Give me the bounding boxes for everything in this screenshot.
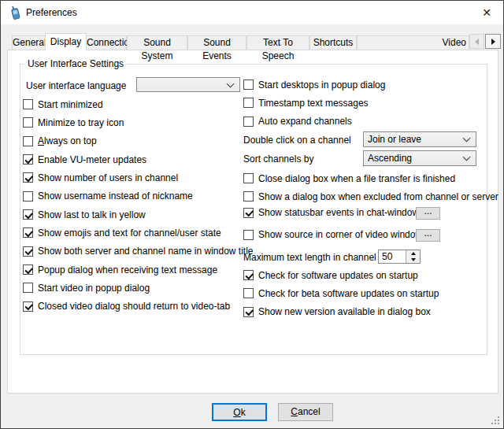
label-always-on-top: Always on top — [38, 135, 97, 146]
checkbox-last-talk-yellow[interactable] — [23, 209, 33, 220]
checkbox-close-filetransfer-dialog[interactable] — [243, 173, 254, 183]
checkbox-popup-text-message[interactable] — [23, 264, 33, 275]
row-video-source[interactable]: Show source in corner of video window — [243, 224, 422, 246]
label-vu-meter: Enable VU-meter updates — [38, 154, 146, 165]
checkbox-vu-meter[interactable] — [23, 154, 33, 165]
checkbox-start-minimized[interactable] — [23, 99, 33, 109]
spin-down-icon[interactable] — [406, 257, 420, 263]
checkbox-show-excluded-dialog[interactable] — [243, 191, 254, 202]
sort-channels-combobox[interactable]: Ascending — [363, 150, 476, 166]
chevron-down-icon — [463, 135, 471, 142]
preferences-dialog: Preferences ✕ General Display Connection… — [0, 0, 504, 429]
ok-button[interactable]: Ok — [212, 403, 267, 421]
label-video-source: Show source in corner of video window — [258, 229, 422, 240]
row-timestamp-messages[interactable]: Timestamp text messages — [243, 94, 385, 112]
row-check-updates[interactable]: Check for software updates on startup — [243, 266, 439, 284]
label-start-video-popup: Start video in popup dialog — [38, 283, 150, 294]
cancel-button[interactable]: Cancel — [278, 403, 333, 421]
label-check-beta-updates: Check for beta software updates on start… — [258, 288, 439, 299]
label-user-count: Show number of users in channel — [38, 172, 178, 183]
right-arrow-glyph — [491, 39, 495, 45]
sort-channels-value: Ascending — [368, 153, 412, 164]
row-start-desktops-popup[interactable]: Start desktops in popup dialog — [243, 76, 385, 94]
label-server-channel-title: Show both server and channel name in win… — [38, 246, 254, 257]
left-arrow-glyph — [475, 39, 479, 45]
chevron-down-icon — [463, 153, 471, 161]
statusbar-events-ellipsis-button[interactable]: ... — [416, 207, 440, 220]
checkbox-emojis-state[interactable] — [23, 227, 33, 238]
label-show-excluded-dialog: Show a dialog box when excluded from cha… — [258, 191, 498, 202]
double-click-combobox[interactable]: Join or leave — [363, 131, 476, 147]
label-emojis-state: Show emojis and text for channel/user st… — [38, 227, 221, 239]
row-show-username[interactable]: Show username instead of nickname — [23, 187, 254, 205]
label-check-updates: Check for software updates on startup — [258, 270, 418, 281]
row-last-talk-yellow[interactable]: Show last to talk in yellow — [23, 205, 254, 224]
checkbox-server-channel-title[interactable] — [23, 246, 33, 257]
language-label: User interface language — [26, 80, 126, 91]
row-always-on-top[interactable]: Always on top — [23, 132, 254, 150]
row-minimize-to-tray[interactable]: Minimize to tray icon — [23, 113, 254, 131]
checkbox-closed-video-return[interactable] — [23, 301, 33, 312]
max-text-spinbox[interactable]: 50 — [378, 250, 421, 264]
double-click-value: Join or leave — [368, 134, 421, 145]
max-text-length-label: Maximum text length in channel list — [243, 252, 391, 263]
checkbox-check-beta-updates[interactable] — [243, 288, 254, 298]
row-show-new-version[interactable]: Show new version available in dialog box — [243, 303, 439, 321]
label-close-filetransfer-dialog: Close dialog box when a file transfer is… — [258, 173, 455, 184]
label-start-desktops-popup: Start desktops in popup dialog — [258, 80, 385, 91]
checkbox-always-on-top[interactable] — [23, 136, 33, 146]
label-statusbar-events: Show statusbar events in chat-window — [258, 207, 419, 218]
checkbox-minimize-to-tray[interactable] — [23, 117, 33, 128]
checkbox-video-source[interactable] — [243, 230, 254, 240]
chevron-down-icon — [227, 80, 235, 87]
checkbox-timestamp-messages[interactable] — [243, 98, 254, 108]
checkbox-start-desktops-popup[interactable] — [243, 80, 254, 90]
checkbox-start-video-popup[interactable] — [23, 283, 33, 293]
label-auto-expand-channels: Auto expand channels — [258, 116, 352, 127]
tab-display[interactable]: Display — [45, 33, 87, 50]
row-start-video-popup[interactable]: Start video in popup dialog — [23, 279, 254, 297]
checkbox-statusbar-events[interactable] — [243, 208, 254, 218]
row-emojis-state[interactable]: Show emojis and text for channel/user st… — [23, 224, 254, 242]
label-show-username: Show username instead of nickname — [38, 190, 193, 202]
spin-arrows — [406, 250, 420, 263]
row-closed-video-return[interactable]: Closed video dialog should return to vid… — [23, 298, 254, 316]
spin-up-icon[interactable] — [406, 250, 420, 257]
row-start-minimized[interactable]: Start minimized — [23, 95, 254, 113]
row-close-filetransfer-dialog[interactable]: Close dialog box when a file transfer is… — [243, 169, 498, 187]
row-popup-text-message[interactable]: Popup dialog when receiving text message — [23, 261, 254, 279]
checkbox-check-updates[interactable] — [243, 270, 254, 280]
label-show-new-version: Show new version available in dialog box — [258, 306, 431, 317]
label-closed-video-return: Closed video dialog should return to vid… — [38, 301, 230, 312]
row-statusbar-events[interactable]: Show statusbar events in chat-window — [243, 202, 422, 224]
row-auto-expand-channels[interactable]: Auto expand channels — [243, 113, 385, 131]
checkbox-user-count[interactable] — [23, 172, 33, 183]
max-text-value: 50 — [379, 250, 406, 263]
tab-scroll-right-icon[interactable] — [485, 34, 501, 49]
tab-scroll-left-icon[interactable] — [469, 34, 484, 49]
sort-channels-label: Sort channels by — [243, 153, 313, 165]
row-vu-meter[interactable]: Enable VU-meter updates — [23, 150, 254, 168]
checkbox-show-username[interactable] — [23, 191, 33, 202]
row-user-count[interactable]: Show number of users in channel — [23, 168, 254, 187]
label-timestamp-messages: Timestamp text messages — [258, 98, 369, 109]
resize-grip[interactable] — [490, 415, 500, 425]
row-server-channel-title[interactable]: Show both server and channel name in win… — [23, 242, 254, 261]
label-minimize-to-tray: Minimize to tray icon — [38, 117, 124, 128]
label-popup-text-message: Popup dialog when receiving text message — [38, 264, 217, 276]
language-combobox[interactable] — [136, 77, 240, 92]
label-start-minimized: Start minimized — [38, 99, 103, 110]
double-click-label: Double click on a channel — [243, 135, 351, 146]
label-last-talk-yellow: Show last to talk in yellow — [38, 209, 146, 220]
video-source-ellipsis-button[interactable]: ... — [416, 229, 440, 242]
row-check-beta-updates[interactable]: Check for beta software updates on start… — [243, 284, 439, 302]
checkbox-show-new-version[interactable] — [243, 307, 254, 317]
checkbox-auto-expand-channels[interactable] — [243, 116, 254, 127]
